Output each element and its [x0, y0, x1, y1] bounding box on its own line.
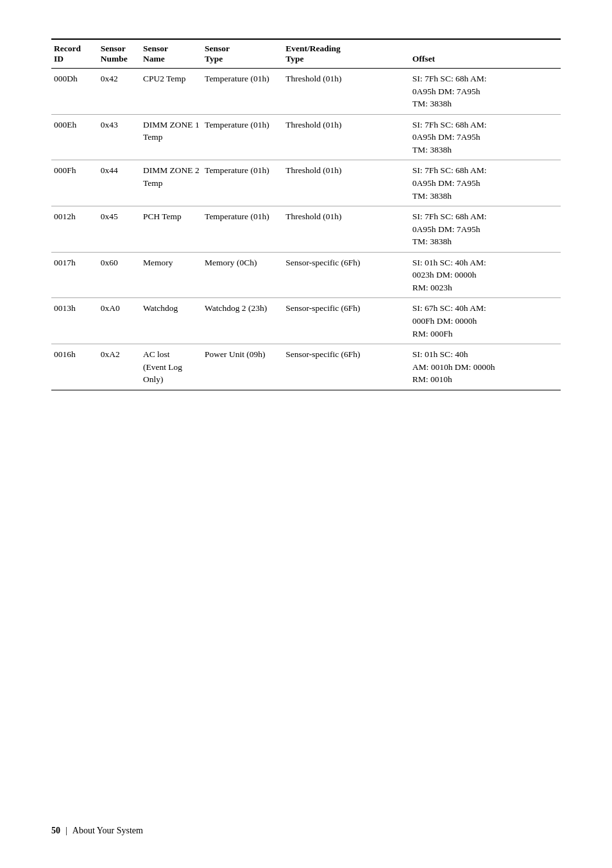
- cell-sensor-type: Temperature (01h): [202, 114, 283, 160]
- offset-line: RM: 0010h: [412, 373, 558, 386]
- offset-line: RM: 000Fh: [412, 328, 558, 340]
- header-sensor-num: SensorNumbe: [98, 39, 140, 69]
- offset-line: TM: 3838h: [412, 190, 558, 203]
- cell-sensor-name: PCH Temp: [140, 206, 202, 253]
- cell-event-type: Threshold (01h): [283, 114, 410, 160]
- header-sensor-type: SensorType: [202, 39, 283, 69]
- offset-line: 0A95h DM: 7A95h: [412, 131, 558, 144]
- table-container: RecordID SensorNumbe SensorName SensorTy…: [51, 38, 561, 390]
- cell-sensor-name: Watchdog: [140, 298, 202, 344]
- offset-line: TM: 3838h: [412, 235, 558, 248]
- table-row: 000Dh0x42CPU2 TempTemperature (01h)Thres…: [51, 69, 561, 115]
- offset-line: TM: 3838h: [412, 97, 558, 110]
- cell-event-type: Sensor-specific (6Fh): [283, 298, 410, 344]
- offset-line: SI: 01h SC: 40h: [412, 348, 558, 361]
- cell-sensor-type: Temperature (01h): [202, 69, 283, 115]
- offset-line: RM: 0023h: [412, 281, 558, 294]
- cell-sensor-type: Temperature (01h): [202, 160, 283, 206]
- cell-sensor-type: Power Unit (09h): [202, 344, 283, 390]
- cell-offset: SI: 7Fh SC: 68h AM:0A95h DM: 7A95hTM: 38…: [410, 206, 561, 253]
- header-record-id: RecordID: [51, 39, 98, 69]
- footer: 50 | About Your System: [51, 826, 561, 836]
- table-row: 000Eh0x43DIMM ZONE 1TempTemperature (01h…: [51, 114, 561, 160]
- header-offset: Offset: [410, 39, 561, 69]
- cell-offset: SI: 7Fh SC: 68h AM:0A95h DM: 7A95hTM: 38…: [410, 160, 561, 206]
- offset-line: SI: 67h SC: 40h AM:: [412, 302, 558, 315]
- cell-sensor-type: Memory (0Ch): [202, 252, 283, 298]
- footer-divider: |: [65, 826, 67, 836]
- header-sensor-name: SensorName: [140, 39, 202, 69]
- table-row: 0013h0xA0WatchdogWatchdog 2 (23h)Sensor-…: [51, 298, 561, 344]
- cell-event-type: Sensor-specific (6Fh): [283, 344, 410, 390]
- offset-line: 0A95h DM: 7A95h: [412, 177, 558, 190]
- offset-line: 0A95h DM: 7A95h: [412, 223, 558, 236]
- offset-line: SI: 01h SC: 40h AM:: [412, 256, 558, 269]
- offset-line: SI: 7Fh SC: 68h AM:: [412, 72, 558, 85]
- cell-sensor-name: Memory: [140, 252, 202, 298]
- offset-line: TM: 3838h: [412, 144, 558, 156]
- sensor-table: RecordID SensorNumbe SensorName SensorTy…: [51, 38, 561, 390]
- cell-record-id: 000Dh: [51, 69, 98, 115]
- cell-record-id: 0017h: [51, 252, 98, 298]
- cell-sensor-type: Temperature (01h): [202, 206, 283, 253]
- cell-sensor-name: AC lost (Event LogOnly): [140, 344, 202, 390]
- cell-record-id: 000Eh: [51, 114, 98, 160]
- page: RecordID SensorNumbe SensorName SensorTy…: [0, 0, 612, 868]
- table-row: 000Fh0x44DIMM ZONE 2TempTemperature (01h…: [51, 160, 561, 206]
- cell-sensor-num: 0x60: [98, 252, 140, 298]
- table-row: 0012h0x45PCH TempTemperature (01h)Thresh…: [51, 206, 561, 253]
- offset-line: AM: 0010h DM: 0000h: [412, 361, 558, 374]
- cell-event-type: Threshold (01h): [283, 206, 410, 253]
- cell-sensor-name: CPU2 Temp: [140, 69, 202, 115]
- cell-sensor-num: 0xA2: [98, 344, 140, 390]
- table-row: 0016h0xA2AC lost (Event LogOnly)Power Un…: [51, 344, 561, 390]
- cell-sensor-type: Watchdog 2 (23h): [202, 298, 283, 344]
- cell-record-id: 0016h: [51, 344, 98, 390]
- offset-line: SI: 7Fh SC: 68h AM:: [412, 164, 558, 177]
- cell-event-type: Threshold (01h): [283, 160, 410, 206]
- cell-sensor-num: 0xA0: [98, 298, 140, 344]
- offset-line: SI: 7Fh SC: 68h AM:: [412, 210, 558, 223]
- cell-record-id: 000Fh: [51, 160, 98, 206]
- cell-sensor-num: 0x42: [98, 69, 140, 115]
- footer-page-number: 50: [51, 826, 60, 836]
- table-header-row: RecordID SensorNumbe SensorName SensorTy…: [51, 39, 561, 69]
- table-row: 0017h0x60MemoryMemory (0Ch)Sensor-specif…: [51, 252, 561, 298]
- cell-event-type: Sensor-specific (6Fh): [283, 252, 410, 298]
- cell-record-id: 0012h: [51, 206, 98, 253]
- cell-sensor-num: 0x44: [98, 160, 140, 206]
- offset-line: 0A95h DM: 7A95h: [412, 85, 558, 98]
- cell-sensor-name: DIMM ZONE 1Temp: [140, 114, 202, 160]
- offset-line: 000Fh DM: 0000h: [412, 315, 558, 328]
- cell-event-type: Threshold (01h): [283, 69, 410, 115]
- cell-offset: SI: 01h SC: 40h AM:0023h DM: 0000hRM: 00…: [410, 252, 561, 298]
- cell-offset: SI: 01h SC: 40hAM: 0010h DM: 0000hRM: 00…: [410, 344, 561, 390]
- footer-about-text: About Your System: [72, 826, 143, 836]
- cell-record-id: 0013h: [51, 298, 98, 344]
- offset-line: 0023h DM: 0000h: [412, 269, 558, 281]
- cell-offset: SI: 67h SC: 40h AM:000Fh DM: 0000hRM: 00…: [410, 298, 561, 344]
- cell-sensor-num: 0x45: [98, 206, 140, 253]
- offset-line: SI: 7Fh SC: 68h AM:: [412, 119, 558, 131]
- cell-sensor-name: DIMM ZONE 2Temp: [140, 160, 202, 206]
- cell-offset: SI: 7Fh SC: 68h AM:0A95h DM: 7A95hTM: 38…: [410, 69, 561, 115]
- cell-offset: SI: 7Fh SC: 68h AM:0A95h DM: 7A95hTM: 38…: [410, 114, 561, 160]
- cell-sensor-num: 0x43: [98, 114, 140, 160]
- header-event-type: Event/ReadingType: [283, 39, 410, 69]
